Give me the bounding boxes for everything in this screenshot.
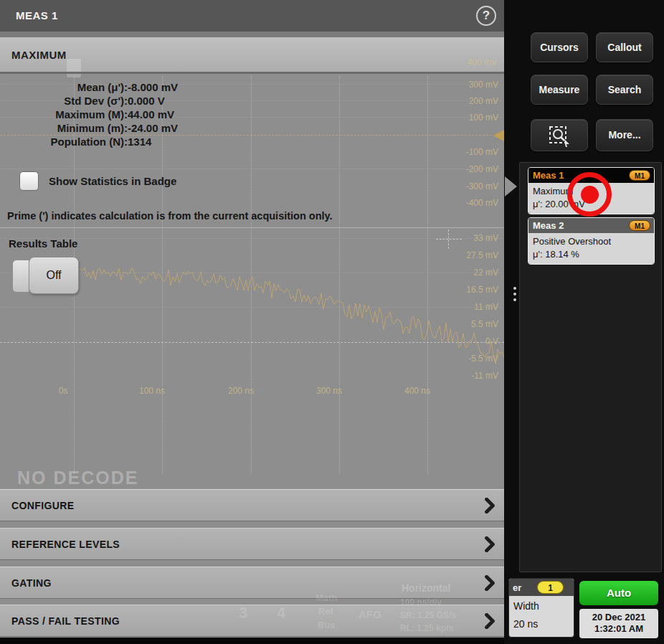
- volt-axis-label: 5.5 mV: [448, 319, 498, 329]
- time-axis-label: 300 ns: [308, 386, 351, 396]
- ghost-button-afg: AFG: [359, 608, 381, 620]
- time-text: 1:32:01 AM: [579, 623, 658, 635]
- volt-axis-label: 400 mV: [468, 57, 497, 67]
- zoom-select-button[interactable]: [531, 119, 588, 151]
- results-table-label: Results Table: [9, 237, 77, 250]
- ghost-button-bus: Bus: [318, 620, 336, 630]
- section-header-shadow: [0, 72, 504, 74]
- ghost-button-4: 4: [277, 604, 285, 622]
- accordion-label: PASS / FAIL TESTING: [11, 615, 120, 627]
- cursors-button[interactable]: Cursors: [531, 32, 588, 62]
- time-axis-label: 0s: [42, 386, 85, 396]
- show-statistics-checkbox[interactable]: [19, 171, 39, 191]
- ghost-button-3: 3: [239, 604, 247, 622]
- results-table-toggle-tab[interactable]: [12, 260, 29, 293]
- results-bar: Cursors Callout Measure Search More... M…: [504, 0, 664, 644]
- stat-value: -8.000 mV: [128, 81, 178, 95]
- button-label: Search: [597, 75, 653, 104]
- badge-panel-expander-icon[interactable]: [505, 176, 517, 196]
- measure-button[interactable]: Measure: [531, 75, 588, 105]
- volt-axis-label: 27.5 mV: [448, 250, 498, 260]
- volt-axis-label: -5.5 mV: [448, 354, 498, 364]
- badge-measurement: Positive Overshoot: [533, 235, 650, 248]
- search-button[interactable]: Search: [596, 75, 653, 105]
- stat-label: Std Dev (σ'):: [0, 95, 128, 108]
- badge-source-pill: M1: [629, 220, 650, 231]
- measurement-marker-icon: [448, 229, 449, 249]
- zoom-select-icon: [547, 123, 571, 148]
- badge-name: Meas 1: [533, 170, 564, 181]
- ghost-horizontal-samplerate: SR: 1.25 GS/s: [400, 610, 456, 620]
- volt-axis-label: -11 mV: [448, 371, 498, 381]
- volt-axis-label: 16.5 mV: [448, 285, 498, 295]
- time-axis-label: 100 ns: [131, 386, 174, 396]
- accordion-label: REFERENCE LEVELS: [11, 539, 120, 550]
- stat-label: Maximum (M):: [0, 108, 128, 122]
- panel-title: MEAS 1: [16, 9, 58, 22]
- trigger-source-pill: 1: [537, 581, 564, 594]
- stat-label: Minimum (m):: [0, 122, 128, 136]
- button-label: Measure: [531, 75, 587, 104]
- meas2-badge[interactable]: Meas 2 M1 Positive Overshoot μ': 18.14 %: [528, 217, 655, 265]
- graticule-hline: [0, 169, 502, 169]
- volt-axis-label: 22 mV: [448, 267, 498, 278]
- stat-row: Std Dev (σ'): 0.000 V: [0, 95, 301, 108]
- volt-axis-label: 0 V: [448, 336, 498, 346]
- more-button[interactable]: More...: [596, 119, 653, 151]
- volt-axis-label: 33 mV: [448, 233, 498, 243]
- badge-panel-drag-handle[interactable]: [513, 287, 516, 290]
- graticule-vline: [427, 76, 428, 475]
- button-label: Cursors: [531, 33, 587, 62]
- button-label: More...: [597, 120, 653, 151]
- stat-row: Maximum (M): 44.00 mV: [0, 108, 301, 122]
- ghost-button-math: Math: [316, 592, 337, 603]
- ghost-horizontal-recordlength: RL: 1.25 kpts: [400, 623, 454, 633]
- chevron-right-icon: [484, 613, 495, 629]
- volt-axis-label: 11 mV: [448, 302, 498, 312]
- volt-axis-label: 100 mV: [448, 113, 498, 123]
- callout-button[interactable]: Callout: [596, 32, 653, 62]
- trigger-badge-header: er 1: [509, 579, 574, 596]
- title-separator: [0, 32, 504, 37]
- volt-axis-label: -300 mV: [448, 181, 498, 191]
- time-axis-label: 400 ns: [396, 386, 439, 396]
- measurement-marker-icon: [436, 239, 462, 240]
- time-axis-label: 200 ns: [219, 386, 262, 396]
- stat-value: 0.000 V: [128, 95, 165, 108]
- graticule-vline: [339, 76, 340, 475]
- stat-row: Minimum (m): -24.00 mV: [0, 122, 301, 136]
- acquisition-status-button[interactable]: Auto: [579, 581, 658, 605]
- volt-axis-label: -400 mV: [448, 198, 498, 208]
- badge-panel-drag-handle[interactable]: [513, 293, 516, 295]
- volt-axis-label: -200 mV: [448, 164, 498, 174]
- ghost-horizontal-scale: 100 ns/div: [400, 597, 442, 607]
- prime-note: Prime (') indicates calculation is from …: [7, 210, 333, 222]
- stat-value: 1314: [128, 136, 151, 149]
- chevron-right-icon: [484, 498, 495, 513]
- show-statistics-label: Show Statistics in Badge: [49, 175, 176, 187]
- zoom-zero-level-line: [0, 342, 504, 343]
- section-header-maximum: MAXIMUM 400 mV: [0, 37, 504, 72]
- accordion-row-configure[interactable]: CONFIGURE: [0, 489, 504, 521]
- volt-axis-label: 200 mV: [448, 96, 498, 106]
- accordion-label: CONFIGURE: [11, 500, 75, 511]
- chevron-right-icon: [484, 575, 495, 591]
- ghost-horizontal-title: Horizontal: [402, 582, 450, 594]
- chevron-right-icon: [484, 536, 495, 552]
- stat-row: Mean (μ'): -8.000 mV: [0, 81, 301, 95]
- trigger-badge[interactable]: er 1 Width 20 ns: [508, 578, 574, 638]
- results-table-toggle[interactable]: Off: [29, 257, 79, 294]
- accordion-row-reference-levels[interactable]: REFERENCE LEVELS: [0, 528, 504, 560]
- date-text: 20 Dec 2021: [579, 612, 658, 623]
- touch-indicator-dot: [581, 186, 599, 204]
- badge-panel-drag-handle[interactable]: [513, 298, 516, 301]
- datetime-display[interactable]: 20 Dec 2021 1:32:01 AM: [579, 609, 658, 638]
- help-icon[interactable]: ?: [476, 6, 496, 26]
- badge-reading: μ': 18.14 %: [533, 248, 650, 261]
- stat-value: 44.00 mV: [128, 108, 174, 122]
- panel-title-bar: MEAS 1 ?: [0, 0, 504, 32]
- no-decode-watermark: NO DECODE: [17, 468, 138, 488]
- badge-header: Meas 2 M1: [528, 218, 654, 233]
- volt-axis-label: 300 mV: [448, 80, 498, 90]
- waveform: [57, 260, 504, 387]
